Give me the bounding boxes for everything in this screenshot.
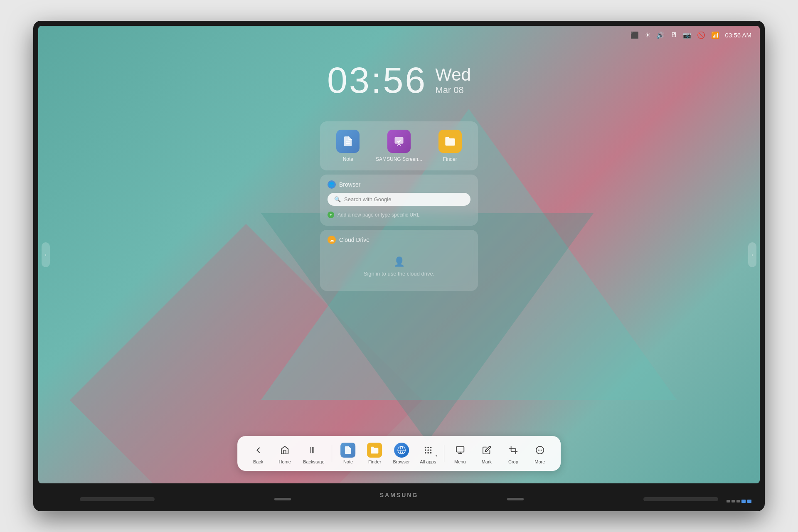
taskbar-allapps-label: All apps: [420, 459, 436, 464]
svg-point-9: [427, 447, 429, 448]
finder-app-label: Finder: [443, 156, 457, 162]
svg-point-13: [430, 449, 431, 451]
svg-point-16: [430, 452, 431, 454]
taskbar-menu[interactable]: Menu: [448, 440, 473, 467]
clock-date-text: Mar 08: [435, 85, 471, 96]
back-icon: [251, 443, 266, 458]
home-icon: [277, 443, 292, 458]
taskbar-menu-label: Menu: [454, 459, 466, 464]
taskbar-back-label: Back: [253, 459, 263, 464]
svg-point-15: [427, 452, 429, 454]
taskbar-finder-icon: [367, 443, 382, 458]
screen-icon: 🖥: [670, 31, 677, 39]
taskbar-browser[interactable]: Browser: [389, 440, 414, 467]
tv-button-left[interactable]: [274, 498, 291, 500]
cloud-drive-widget: ☁ Cloud Drive 👤 Sign in to use the cloud…: [320, 230, 478, 291]
camera-icon: 📷: [683, 31, 691, 39]
search-placeholder-text: Search with Google: [344, 196, 391, 202]
side-handle-left[interactable]: ›: [42, 242, 50, 267]
app-samsung-screen[interactable]: SAMSUNG Screen...: [376, 130, 422, 162]
status-bar: ⬛ ☀ 🔊 🖥 📷 🚫 📶 03:56 AM: [38, 26, 760, 44]
browser-widget-icon: 🌐: [328, 180, 336, 189]
cloud-drive-content: 👤 Sign in to use the cloud drive.: [328, 248, 470, 285]
browser-widget-title: Browser: [339, 181, 360, 188]
taskbar-more-label: More: [534, 459, 545, 464]
allapps-dropdown-arrow: ▼: [435, 454, 438, 458]
volume-icon: 🔊: [656, 31, 665, 39]
taskbar-back[interactable]: Back: [246, 440, 271, 467]
svg-rect-4: [312, 447, 313, 453]
svg-rect-3: [310, 447, 311, 453]
taskbar-browser-icon: [394, 443, 409, 458]
tv-screen: ⬛ ☀ 🔊 🖥 📷 🚫 📶 03:56 AM 03:56 Wed Mar 08: [38, 26, 760, 483]
port-2: [732, 500, 735, 502]
wifi-icon: 📶: [711, 31, 719, 39]
mark-icon: [479, 443, 494, 458]
taskbar-home[interactable]: Home: [272, 440, 297, 467]
cloud-drive-title: Cloud Drive: [339, 236, 369, 243]
browser-suggestion-text: Add a new page or type specific URL: [337, 212, 419, 218]
usb-port-2[interactable]: [747, 500, 751, 503]
tv-button-right[interactable]: [507, 498, 524, 500]
svg-rect-5: [313, 447, 314, 453]
svg-rect-18: [511, 448, 515, 451]
samsung-brand: SAMSUNG: [380, 492, 419, 498]
status-time: 03:56 AM: [725, 32, 751, 39]
samsung-screen-label: SAMSUNG Screen...: [376, 156, 422, 162]
taskbar-finder-label: Finder: [368, 459, 381, 464]
taskbar-note-label: Note: [343, 459, 353, 464]
menu-icon: [453, 443, 468, 458]
clock-date: Wed Mar 08: [435, 65, 471, 96]
brightness-icon: ☀: [645, 31, 650, 39]
app-note[interactable]: Note: [336, 130, 360, 162]
backstage-icon: [306, 443, 321, 458]
cloud-drive-header: ☁ Cloud Drive: [328, 236, 470, 244]
usb-port-1[interactable]: [741, 500, 746, 503]
clock-day: Wed: [435, 65, 471, 85]
taskbar-home-label: Home: [278, 459, 291, 464]
right-chevron-icon: ‹: [751, 252, 753, 258]
screen-cast-icon: ⬛: [631, 31, 639, 39]
tv-display: ⬛ ☀ 🔊 🖥 📷 🚫 📶 03:56 AM 03:56 Wed Mar 08: [33, 21, 765, 511]
svg-point-11: [425, 449, 426, 451]
taskbar-note[interactable]: Note: [336, 440, 361, 467]
taskbar-more[interactable]: More: [527, 440, 552, 467]
samsung-screen-icon: [387, 130, 411, 153]
clock-time: 03:56: [327, 59, 427, 101]
taskbar-finder[interactable]: Finder: [362, 440, 387, 467]
browser-widget-header: 🌐 Browser: [328, 180, 470, 189]
tv-speaker-left: [80, 497, 155, 501]
taskbar-allapps[interactable]: All apps ▼: [416, 440, 441, 467]
block-icon: 🚫: [697, 31, 705, 39]
taskbar-crop[interactable]: Crop: [501, 440, 526, 467]
taskbar-backstage[interactable]: Backstage: [299, 440, 328, 467]
taskbar-crop-label: Crop: [508, 459, 518, 464]
browser-search-bar[interactable]: 🔍 Search with Google: [328, 193, 470, 206]
app-finder[interactable]: Finder: [438, 130, 462, 162]
taskbar-divider-2: [444, 445, 444, 462]
taskbar-mark[interactable]: Mark: [474, 440, 499, 467]
tv-ports: [727, 500, 751, 503]
cloud-person-icon: 👤: [394, 256, 405, 267]
taskbar-browser-label: Browser: [393, 459, 410, 464]
svg-rect-2: [395, 137, 404, 144]
svg-rect-17: [456, 447, 464, 452]
taskbar-backstage-label: Backstage: [303, 459, 324, 464]
port-3: [736, 500, 740, 502]
cloud-signin-text: Sign in to use the cloud drive.: [364, 271, 435, 277]
port-1: [727, 500, 730, 502]
svg-point-14: [425, 452, 426, 454]
tv-speaker-right: [643, 497, 718, 501]
taskbar-divider-1: [332, 445, 332, 462]
browser-suggestion: + Add a new page or type specific URL: [328, 210, 470, 220]
left-chevron-icon: ›: [45, 252, 47, 258]
widgets-area: Note SAMSUNG Screen...: [320, 121, 478, 291]
allapps-icon: [421, 443, 436, 458]
svg-point-10: [430, 447, 431, 448]
browser-widget: 🌐 Browser 🔍 Search with Google + Add a n…: [320, 175, 478, 226]
svg-point-8: [425, 447, 426, 448]
taskbar: Back Home: [237, 436, 561, 471]
svg-point-12: [427, 449, 429, 451]
side-handle-right[interactable]: ‹: [748, 242, 756, 267]
taskbar-note-icon: [341, 443, 356, 458]
